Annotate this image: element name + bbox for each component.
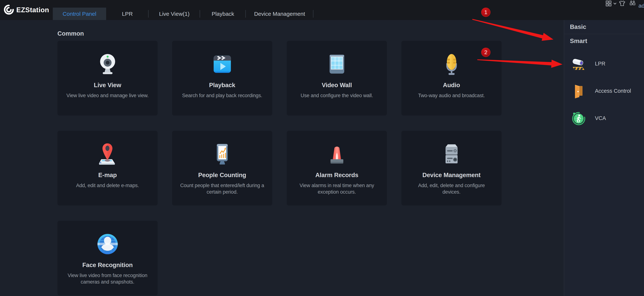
map-pin-icon bbox=[58, 142, 158, 166]
card-live-view[interactable]: Live ViewView live video and manage live… bbox=[58, 41, 158, 115]
theme-shirt-icon[interactable] bbox=[619, 0, 626, 7]
door-icon bbox=[571, 83, 586, 99]
people-counting-icon bbox=[172, 142, 272, 166]
card-title: E-map bbox=[58, 172, 158, 179]
videowall-icon bbox=[287, 52, 387, 76]
card-title: Live View bbox=[58, 82, 158, 89]
card-title: Device Management bbox=[401, 172, 502, 179]
card-desc: Use and configure the video wall. bbox=[287, 92, 387, 99]
card-desc: Add, edit and delete e-maps. bbox=[58, 182, 158, 189]
tab-lpr[interactable]: LPR bbox=[106, 8, 148, 20]
annotation-arrow-1 bbox=[472, 19, 554, 41]
card-title: Video Wall bbox=[287, 82, 387, 89]
card-alarm-records[interactable]: Alarm RecordsView alarms in real time wh… bbox=[287, 131, 387, 206]
sidebar-item-access-control[interactable]: Access Control bbox=[564, 77, 644, 105]
sidebar-item-lpr[interactable]: LPR bbox=[564, 50, 644, 77]
top-bar: EZStation Control PanelLPRLive View(1)Pl… bbox=[0, 0, 644, 20]
section-title-common: Common bbox=[58, 30, 84, 37]
sidebar-section-header-basic[interactable]: Basic bbox=[564, 20, 644, 34]
card-grid: Live ViewView live video and manage live… bbox=[58, 41, 502, 295]
card-title: Face Recognition bbox=[58, 261, 158, 268]
sidebar-section-basic: Basic bbox=[564, 20, 644, 34]
sidebar-section-header-smart[interactable]: Smart bbox=[564, 34, 644, 48]
annotation-marker-1: 1 bbox=[481, 8, 490, 17]
card-desc: Two-way audio and broadcast. bbox=[401, 92, 502, 99]
ezstation-logo-icon bbox=[4, 5, 14, 15]
card-desc: View live video and manage live view. bbox=[58, 92, 158, 99]
card-playback[interactable]: PlaybackSearch for and play back recordi… bbox=[172, 41, 272, 115]
annotation-marker-2: 2 bbox=[481, 48, 490, 57]
card-desc: View live video from face recognition ca… bbox=[58, 272, 158, 285]
sidebar-panel: BasicSmartLPRAccess ControlVCA bbox=[564, 20, 644, 296]
sidebar-sections: BasicSmartLPRAccess ControlVCA bbox=[564, 20, 644, 132]
chevron-down-icon[interactable] bbox=[613, 2, 617, 6]
card-desc: View alarms in real time when any except… bbox=[287, 182, 387, 195]
app-title: EZStation bbox=[16, 0, 49, 20]
card-title: People Counting bbox=[172, 172, 272, 179]
binoculars-icon[interactable] bbox=[629, 0, 636, 6]
tab-bar: Control PanelLPRLive View(1)PlaybackDevi… bbox=[53, 8, 314, 20]
vca-person-icon bbox=[571, 110, 586, 126]
sidebar-item-vca[interactable]: VCA bbox=[564, 105, 644, 132]
card-title: Audio bbox=[401, 82, 502, 89]
tab-playback[interactable]: Playback bbox=[200, 8, 246, 20]
tab-control-panel[interactable]: Control Panel bbox=[53, 8, 106, 20]
card-face-recognition[interactable]: Face RecognitionView live video from fac… bbox=[58, 221, 158, 295]
server-icon bbox=[401, 142, 502, 166]
lpr-camera-icon bbox=[571, 56, 586, 72]
webcam-icon bbox=[58, 52, 158, 76]
card-video-wall[interactable]: Video WallUse and configure the video wa… bbox=[287, 41, 387, 115]
card-device-management[interactable]: Device ManagementAdd, edit, delete and c… bbox=[401, 131, 502, 206]
siren-icon bbox=[287, 142, 387, 166]
card-e-map[interactable]: E-mapAdd, edit and delete e-maps. bbox=[58, 131, 158, 206]
tab-device-management[interactable]: Device Management bbox=[246, 8, 314, 20]
face-icon bbox=[58, 232, 158, 256]
card-desc: Add, edit, delete and configure devices. bbox=[401, 182, 502, 195]
layout-grid-icon[interactable] bbox=[606, 0, 612, 7]
sidebar-item-label: Access Control bbox=[595, 88, 631, 94]
playback-icon bbox=[172, 52, 272, 76]
sidebar-item-label: VCA bbox=[595, 115, 606, 121]
card-desc: Count people that entered/left during a … bbox=[172, 182, 272, 195]
sidebar-section-smart: SmartLPRAccess ControlVCA bbox=[564, 34, 644, 132]
card-title: Alarm Records bbox=[287, 172, 387, 179]
sidebar-item-label: LPR bbox=[595, 61, 605, 67]
tab-live-view-1[interactable]: Live View(1) bbox=[148, 8, 200, 20]
user-menu[interactable]: ad bbox=[638, 3, 644, 9]
card-desc: Search for and play back recordings. bbox=[172, 92, 272, 99]
card-people-counting[interactable]: People CountingCount people that entered… bbox=[172, 131, 272, 206]
card-title: Playback bbox=[172, 82, 272, 89]
